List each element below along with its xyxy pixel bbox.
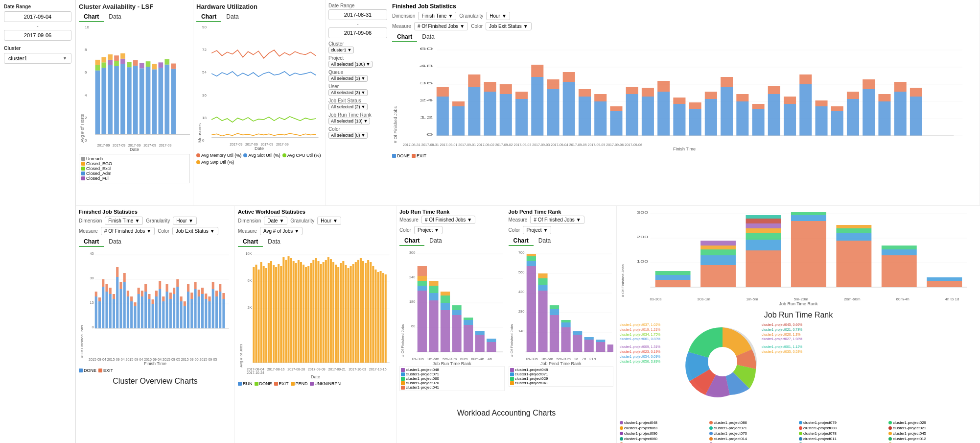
svg-rect-127 xyxy=(113,294,115,299)
tab-chart-jrt[interactable]: Chart xyxy=(399,236,424,246)
cluster-select[interactable]: cluster1 ▼ xyxy=(4,53,71,64)
fin-project-label: Project xyxy=(328,55,387,61)
svg-rect-274 xyxy=(452,310,461,315)
tab-chart-fin[interactable]: Chart xyxy=(392,32,417,42)
tab-chart-bl[interactable]: Chart xyxy=(79,237,104,247)
bl-gran-select[interactable]: Hour▼ xyxy=(173,217,197,225)
fin-app-arrow: ▼ xyxy=(361,133,366,138)
svg-text:0: 0 xyxy=(92,325,94,329)
svg-rect-309 xyxy=(572,331,582,335)
svg-rect-64 xyxy=(579,89,591,97)
tab-chart-hw[interactable]: Chart xyxy=(196,12,221,22)
svg-rect-142 xyxy=(141,296,143,328)
bl-dim-select[interactable]: Finish Time▼ xyxy=(105,217,143,225)
svg-rect-219 xyxy=(307,266,309,363)
fin-gran-select[interactable]: Hour▼ xyxy=(486,12,510,20)
fin-start-date[interactable]: 2017-08-31 xyxy=(328,9,387,20)
aw-x-label: Date xyxy=(238,374,393,379)
svg-rect-262 xyxy=(418,281,427,286)
jpt-color-select[interactable]: Project▼ xyxy=(523,226,551,234)
svg-rect-206 xyxy=(275,267,277,363)
fin-cluster-select[interactable]: cluster1 ▼ xyxy=(328,47,354,53)
fin-measure-select[interactable]: # Of Finished Jobs▼ xyxy=(414,22,468,30)
tab-data-hw[interactable]: Data xyxy=(221,12,243,22)
bl-color-select[interactable]: Job Exit Status▼ xyxy=(172,227,218,235)
fin-color-select[interactable]: Job Exit Status▼ xyxy=(486,22,532,30)
svg-text:60: 60 xyxy=(420,47,433,51)
svg-rect-182 xyxy=(212,289,214,328)
svg-rect-263 xyxy=(418,276,427,281)
svg-rect-46 xyxy=(437,87,449,97)
jpt-measure-select[interactable]: # Of Finished Jobs▼ xyxy=(530,216,584,224)
tab-chart-jpt[interactable]: Chart xyxy=(509,236,534,246)
svg-rect-166 xyxy=(184,306,186,328)
jrt-measure-select[interactable]: # Of Finished Jobs▼ xyxy=(421,216,475,224)
svg-rect-271 xyxy=(441,295,450,303)
fin-user-label: User xyxy=(328,84,387,89)
svg-rect-77 xyxy=(689,109,701,136)
fin-user-select[interactable]: All selected (3) ▼ xyxy=(328,89,368,96)
fin-app-value: All selected (8) xyxy=(331,133,360,138)
tab-data-jrt[interactable]: Data xyxy=(424,236,446,246)
fin-project-select[interactable]: All selected (100) ▼ xyxy=(328,61,373,68)
fin-exit-select[interactable]: All selected (2) ▼ xyxy=(328,103,368,110)
svg-rect-99 xyxy=(863,89,875,136)
svg-rect-89 xyxy=(784,104,796,136)
pie-chart-container: cluster1-project037, 1.02% cluster1-proj… xyxy=(620,322,977,420)
svg-rect-90 xyxy=(784,97,796,104)
cluster-label: Cluster xyxy=(4,46,71,51)
fin-chart-svg: 60 48 36 24 12 0 xyxy=(398,45,977,143)
tab-chart-aw[interactable]: Chart xyxy=(238,237,263,247)
fin-dim-select[interactable]: Finish Time▼ xyxy=(418,12,456,20)
svg-rect-337 xyxy=(791,221,826,287)
aw-x-dates: 2017-08-04 2017-08-16 2017-08-28 2017-09… xyxy=(238,368,393,374)
fin-app-select[interactable]: All selected (8) ▼ xyxy=(328,132,368,139)
svg-rect-178 xyxy=(205,299,207,328)
svg-rect-282 xyxy=(487,339,496,342)
svg-rect-78 xyxy=(689,102,701,109)
fin-end-date[interactable]: 2017-09-06 xyxy=(328,27,387,38)
svg-rect-47 xyxy=(452,106,465,136)
job-run-time-panel: Job Run Time Rank Measure # Of Finished … xyxy=(399,209,505,405)
svg-rect-184 xyxy=(215,296,218,328)
tab-data-avail[interactable]: Data xyxy=(104,12,126,22)
svg-rect-325 xyxy=(700,265,736,287)
fin-user-value: All selected (3) xyxy=(331,90,360,95)
jpt-x-label: 0s-30s 1m-5m 5m-20m 1d 7d 21d xyxy=(509,357,614,361)
svg-rect-140 xyxy=(138,294,140,328)
svg-rect-227 xyxy=(327,257,329,363)
svg-rect-205 xyxy=(273,265,275,363)
svg-rect-116 xyxy=(95,296,97,328)
bl-measure-select[interactable]: # Of Finished Jobs▼ xyxy=(101,227,155,235)
jrt-color-select[interactable]: Project▼ xyxy=(414,226,443,234)
svg-rect-216 xyxy=(300,262,302,363)
svg-rect-181 xyxy=(208,296,210,301)
fin-runtime-select[interactable]: All selected (10) ▼ xyxy=(328,118,370,124)
aw-measure-label: Measure xyxy=(238,228,257,234)
fin-project-section: Project All selected (100) ▼ xyxy=(328,55,387,68)
svg-rect-187 xyxy=(219,284,221,292)
svg-rect-92 xyxy=(799,74,812,84)
bl-chart-svg: 45 30 15 0 xyxy=(85,250,232,358)
svg-rect-6 xyxy=(108,65,113,135)
svg-rect-62 xyxy=(563,72,575,82)
svg-rect-86 xyxy=(752,104,765,109)
tab-chart-avail[interactable]: Chart xyxy=(79,12,104,22)
start-date[interactable]: 2017-09-04 xyxy=(4,11,71,22)
tab-data-aw[interactable]: Data xyxy=(263,237,285,247)
aw-measure-select[interactable]: Avg # of Jobs▼ xyxy=(260,227,303,235)
aw-dim-select[interactable]: Date▼ xyxy=(264,217,287,225)
tab-data-fin[interactable]: Data xyxy=(417,32,439,42)
svg-rect-346 xyxy=(882,246,917,249)
tab-data-bl[interactable]: Data xyxy=(104,237,126,247)
svg-rect-146 xyxy=(148,299,150,328)
svg-rect-145 xyxy=(144,284,147,292)
svg-rect-312 xyxy=(596,342,605,352)
svg-text:300: 300 xyxy=(409,250,416,255)
fin-queue-select[interactable]: All selected (3) ▼ xyxy=(328,75,368,82)
end-date[interactable]: 2017-09-06 xyxy=(4,30,71,41)
aw-gran-select[interactable]: Hour▼ xyxy=(317,217,341,225)
tab-data-jpt[interactable]: Data xyxy=(534,236,556,246)
svg-rect-305 xyxy=(561,327,570,352)
svg-rect-129 xyxy=(116,267,118,277)
